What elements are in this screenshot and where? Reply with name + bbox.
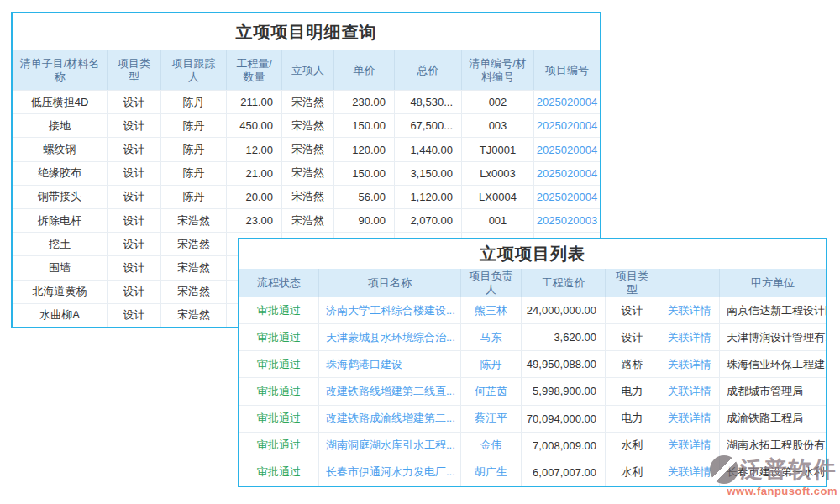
cell-material-name: 绝缘胶布 xyxy=(13,162,108,185)
cell-leader-link[interactable]: 蔡江平 xyxy=(461,406,522,432)
cell-material-name: 接地 xyxy=(13,114,108,137)
cell-tracker: 陈丹 xyxy=(161,186,227,208)
cell-unit-price: 230.00 xyxy=(334,91,395,113)
cell-project-name-link[interactable]: 济南大学工科综合楼建设... xyxy=(319,297,461,323)
cell-leader-link[interactable]: 熊三林 xyxy=(461,297,522,323)
cell-quantity: 450.00 xyxy=(227,114,282,137)
column-header-flow-status: 流程状态 xyxy=(239,269,319,297)
cell-leader-link[interactable]: 金伟 xyxy=(461,433,522,459)
cell-flow-status[interactable]: 审批通过 xyxy=(239,378,319,404)
cell-unit-price: 90.00 xyxy=(334,209,395,232)
cell-quantity: 20.00 xyxy=(227,186,282,208)
cell-tracker: 宋浩然 xyxy=(161,256,227,279)
cell-party-a-unit: 成都城市管理局 xyxy=(720,378,826,404)
cell-total-price: 1,440.00 xyxy=(395,138,462,160)
list-table-header-row: 流程状态项目名称项目负责人工程造价项目类型甲方单位 xyxy=(239,269,826,297)
cell-flow-status[interactable]: 审批通过 xyxy=(239,351,319,377)
cell-project-code-link[interactable]: 2025020004 xyxy=(534,114,600,137)
column-header-material-code: 清单编号/材料编号 xyxy=(462,50,534,90)
cell-material-name: 挖土 xyxy=(13,233,108,255)
detail-table-header-row: 清单子目/材料名称项目类型项目跟踪人工程量/数量立项人单价总价清单编号/材料编号… xyxy=(13,50,600,90)
column-header-quantity: 工程量/数量 xyxy=(227,50,282,90)
cell-flow-status[interactable]: 审批通过 xyxy=(239,459,319,486)
cell-flow-status[interactable]: 审批通过 xyxy=(239,433,319,459)
column-header-initiator: 立项人 xyxy=(282,50,334,90)
cell-initiator: 宋浩然 xyxy=(282,209,334,232)
cell-tracker: 宋浩然 xyxy=(161,233,227,255)
cell-quantity: 21.00 xyxy=(227,162,282,185)
cell-detail-link[interactable]: 关联详情 xyxy=(659,406,720,432)
cell-tracker: 陈丹 xyxy=(161,162,227,185)
cell-material-code: 003 xyxy=(462,114,534,137)
cell-initiator: 宋浩然 xyxy=(282,114,334,137)
column-header-party-a-unit: 甲方单位 xyxy=(720,269,826,297)
cell-leader-link[interactable]: 胡广生 xyxy=(461,459,522,486)
cell-project-name-link[interactable]: 改建铁路成渝线增建第二... xyxy=(319,406,461,432)
cell-tracker: 陈丹 xyxy=(161,138,227,160)
cell-material-name: 拆除电杆 xyxy=(13,209,108,232)
cell-project-type: 设计 xyxy=(108,256,161,279)
cell-project-code-link[interactable]: 2025020004 xyxy=(534,162,600,185)
cell-project-name-link[interactable]: 珠海鹤港口建设 xyxy=(319,351,461,377)
cell-quantity: 23.00 xyxy=(227,209,282,232)
cell-tracker: 宋浩然 xyxy=(161,304,227,327)
cell-tracker: 陈丹 xyxy=(161,114,227,137)
cell-tracker: 宋浩然 xyxy=(161,281,227,303)
cell-project-type: 设计 xyxy=(108,162,161,185)
cell-flow-status[interactable]: 审批通过 xyxy=(239,324,319,350)
project-list-window: 立项项目列表 流程状态项目名称项目负责人工程造价项目类型甲方单位 审批通过济南大… xyxy=(238,238,827,487)
cell-detail-link[interactable]: 关联详情 xyxy=(659,324,720,350)
cell-material-name: 低压横担4D xyxy=(13,91,108,113)
column-header-project-name-link: 项目名称 xyxy=(319,269,461,297)
cell-project-type: 水利 xyxy=(606,459,659,486)
cell-project-code-link[interactable]: 2025020004 xyxy=(534,91,600,113)
cell-material-name: 围墙 xyxy=(13,256,108,279)
cell-tracker: 陈丹 xyxy=(161,91,227,113)
cell-project-code-link[interactable]: 2025020003 xyxy=(534,209,600,232)
table-row: 审批通过改建铁路线增建第二线直...何芷茵5,998,900.00电力关联详情成… xyxy=(239,377,826,404)
cell-material-code: LX0004 xyxy=(462,186,534,208)
cell-leader-link[interactable]: 何芷茵 xyxy=(461,378,522,404)
watermark-url: www.fanpusoft.com xyxy=(710,485,837,497)
cell-flow-status[interactable]: 审批通过 xyxy=(239,406,319,432)
cell-project-name-link[interactable]: 长春市伊通河水力发电厂... xyxy=(319,459,461,486)
cell-material-name: 螺纹钢 xyxy=(13,138,108,160)
cell-initiator: 宋浩然 xyxy=(282,138,334,160)
cell-project-code-link[interactable]: 2025020004 xyxy=(534,138,600,160)
table-row: 审批通过天津蒙城县水环境综合治...马东3,620.00设计关联详情天津博润设计… xyxy=(239,323,826,350)
table-row: 审批通过济南大学工科综合楼建设...熊三林24,000,000.00设计关联详情… xyxy=(239,297,826,323)
cell-detail-link[interactable]: 关联详情 xyxy=(659,297,720,323)
cell-project-type: 设计 xyxy=(108,186,161,208)
cell-leader-link[interactable]: 陈丹 xyxy=(461,351,522,377)
cell-project-name-link[interactable]: 天津蒙城县水环境综合治... xyxy=(319,324,461,350)
cell-flow-status[interactable]: 审批通过 xyxy=(239,297,319,323)
table-row: 审批通过珠海鹤港口建设陈丹49,950,088.00路桥关联详情珠海信业环保工程… xyxy=(239,350,826,377)
cell-material-code: 001 xyxy=(462,209,534,232)
cell-unit-price: 120.00 xyxy=(334,138,395,160)
cell-project-name-link[interactable]: 湖南洞庭湖水库引水工程... xyxy=(319,433,461,459)
column-header-tracker: 项目跟踪人 xyxy=(161,50,227,90)
cell-quantity: 211.00 xyxy=(227,91,282,113)
cell-project-code-link[interactable]: 2025020004 xyxy=(534,186,600,208)
cell-party-a-unit: 成渝铁路工程局 xyxy=(720,406,826,432)
fanpu-logo-icon xyxy=(710,455,738,484)
cell-project-type: 设计 xyxy=(108,304,161,327)
cell-project-type: 电力 xyxy=(606,406,659,432)
cell-project-type: 设计 xyxy=(606,297,659,323)
cell-total-price: 48,530... xyxy=(395,91,462,113)
table-row: 接地设计陈丹450.00宋浩然150.0067,500...0032025020… xyxy=(13,113,600,137)
table-row: 低压横担4D设计陈丹211.00宋浩然230.0048,530...002202… xyxy=(13,90,600,113)
cell-detail-link[interactable]: 关联详情 xyxy=(659,351,720,377)
cell-initiator: 宋浩然 xyxy=(282,186,334,208)
cell-project-cost: 7,008,009.00 xyxy=(522,433,606,459)
cell-project-cost: 6,007,007.00 xyxy=(522,459,606,486)
cell-leader-link[interactable]: 马东 xyxy=(461,324,522,350)
cell-unit-price: 56.00 xyxy=(334,186,395,208)
cell-project-cost: 24,000,000.00 xyxy=(522,297,606,323)
cell-material-code: TJ0001 xyxy=(462,138,534,160)
cell-detail-link[interactable]: 关联详情 xyxy=(659,378,720,404)
column-header-project-code-link: 项目编号 xyxy=(534,50,600,90)
cell-unit-price: 150.00 xyxy=(334,114,395,137)
cell-project-name-link[interactable]: 改建铁路线增建第二线直... xyxy=(319,378,461,404)
detail-query-title: 立项项目明细查询 xyxy=(13,13,600,50)
